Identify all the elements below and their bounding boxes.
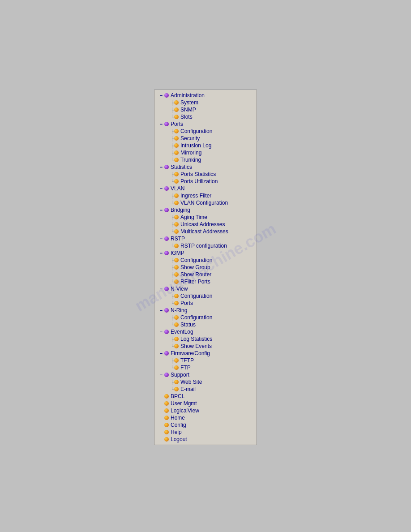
- label-log-statistics[interactable]: Log Statistics: [180, 336, 212, 342]
- nav-unicast-addresses[interactable]: ├ Unicast Addresses: [154, 221, 257, 228]
- label-configuration3[interactable]: Configuration: [180, 293, 212, 299]
- nav-web-site[interactable]: ├ Web Site: [154, 378, 257, 386]
- nav-n-view[interactable]: − N-View: [154, 285, 257, 292]
- label-home[interactable]: Home: [171, 415, 185, 421]
- label-show-events[interactable]: Show Events: [180, 343, 212, 349]
- nav-bpcl[interactable]: BPCL: [154, 393, 257, 400]
- label-help[interactable]: Help: [171, 429, 182, 435]
- nav-configuration3[interactable]: ├ Configuration: [154, 292, 257, 300]
- nav-logout[interactable]: Logout: [154, 436, 257, 443]
- toggle-administration[interactable]: −: [158, 93, 164, 98]
- nav-trunking[interactable]: └ Trunking: [154, 156, 257, 163]
- label-multicast-addresses[interactable]: Multicast Addresses: [180, 228, 228, 235]
- nav-config[interactable]: Config: [154, 421, 257, 429]
- label-ports-statistics[interactable]: Ports Statistics: [180, 171, 216, 177]
- label-tftp[interactable]: TFTP: [180, 357, 194, 364]
- label-n-view[interactable]: N-View: [171, 286, 188, 292]
- nav-rstp[interactable]: − RSTP: [154, 235, 257, 242]
- nav-rstp-configuration[interactable]: └ RSTP configuration: [154, 242, 257, 249]
- label-system[interactable]: System: [180, 99, 198, 106]
- label-igmp[interactable]: IGMP: [171, 250, 184, 256]
- nav-ports[interactable]: − Ports: [154, 120, 257, 128]
- nav-status[interactable]: └ Status: [154, 321, 257, 328]
- nav-vlan-configuration[interactable]: └ VLAN Configuration: [154, 199, 257, 206]
- label-bpcl[interactable]: BPCL: [171, 393, 184, 399]
- nav-administration[interactable]: − Administration: [154, 92, 257, 99]
- label-e-mail[interactable]: E-mail: [180, 386, 196, 392]
- label-eventlog[interactable]: EventLog: [171, 329, 193, 335]
- label-status[interactable]: Status: [180, 322, 196, 328]
- label-logical-view[interactable]: LogicalView: [171, 408, 199, 414]
- label-bridging[interactable]: Bridging: [171, 207, 190, 213]
- label-firmware-config[interactable]: Firmware/Config: [171, 350, 210, 356]
- label-support[interactable]: Support: [171, 372, 189, 378]
- nav-configuration4[interactable]: ├ Configuration: [154, 314, 257, 321]
- toggle-eventlog[interactable]: −: [158, 329, 164, 335]
- toggle-support[interactable]: −: [158, 372, 164, 378]
- nav-user-mgmt[interactable]: User Mgmt: [154, 400, 257, 407]
- toggle-n-view[interactable]: −: [158, 286, 164, 292]
- nav-mirroring[interactable]: ├ Mirroring: [154, 149, 257, 156]
- nav-logical-view[interactable]: LogicalView: [154, 407, 257, 414]
- toggle-rstp[interactable]: −: [158, 236, 164, 241]
- nav-show-events[interactable]: └ Show Events: [154, 343, 257, 350]
- nav-ingress-filter[interactable]: ├ Ingress Filter: [154, 192, 257, 199]
- toggle-statistics[interactable]: −: [158, 164, 164, 170]
- nav-log-statistics[interactable]: ├ Log Statistics: [154, 335, 257, 343]
- label-web-site[interactable]: Web Site: [180, 379, 202, 385]
- nav-e-mail[interactable]: └ E-mail: [154, 386, 257, 393]
- nav-vlan[interactable]: − VLAN: [154, 185, 257, 192]
- label-rstp[interactable]: RSTP: [171, 236, 185, 242]
- nav-aging-time[interactable]: ├ Aging Time: [154, 214, 257, 221]
- nav-snmp[interactable]: ├ SNMP: [154, 106, 257, 113]
- label-unicast-addresses[interactable]: Unicast Addresses: [180, 221, 225, 227]
- nav-configuration2[interactable]: ├ Configuration: [154, 257, 257, 264]
- label-configuration4[interactable]: Configuration: [180, 314, 212, 321]
- label-vlan-configuration[interactable]: VLAN Configuration: [180, 200, 228, 206]
- nav-igmp[interactable]: − IGMP: [154, 249, 257, 257]
- toggle-n-ring[interactable]: −: [158, 308, 164, 313]
- label-administration[interactable]: Administration: [171, 92, 205, 99]
- label-ingress-filter[interactable]: Ingress Filter: [180, 193, 211, 199]
- nav-eventlog[interactable]: − EventLog: [154, 328, 257, 335]
- nav-show-group[interactable]: ├ Show Group: [154, 264, 257, 271]
- nav-support[interactable]: − Support: [154, 371, 257, 378]
- nav-slots[interactable]: └ Slots: [154, 113, 257, 120]
- nav-security[interactable]: ├ Security: [154, 135, 257, 142]
- label-statistics[interactable]: Statistics: [171, 164, 192, 170]
- label-n-ring[interactable]: N-Ring: [171, 307, 187, 313]
- label-configuration1[interactable]: Configuration: [180, 128, 212, 134]
- label-aging-time[interactable]: Aging Time: [180, 214, 207, 220]
- label-rfilter-ports[interactable]: RFilter Ports: [180, 279, 210, 285]
- label-user-mgmt[interactable]: User Mgmt: [171, 400, 197, 407]
- label-config[interactable]: Config: [171, 422, 186, 428]
- label-show-router[interactable]: Show Router: [180, 271, 211, 278]
- label-mirroring[interactable]: Mirroring: [180, 150, 201, 156]
- nav-ftp[interactable]: └ FTP: [154, 364, 257, 371]
- nav-show-router[interactable]: ├ Show Router: [154, 271, 257, 278]
- label-rstp-configuration[interactable]: RSTP configuration: [180, 243, 227, 249]
- toggle-ports[interactable]: −: [158, 121, 164, 127]
- label-intrusion-log[interactable]: Intrusion Log: [180, 142, 211, 149]
- toggle-bridging[interactable]: −: [158, 207, 164, 213]
- nav-intrusion-log[interactable]: ├ Intrusion Log: [154, 142, 257, 149]
- nav-system[interactable]: ├ System: [154, 99, 257, 106]
- label-trunking[interactable]: Trunking: [180, 157, 201, 163]
- nav-multicast-addresses[interactable]: └ Multicast Addresses: [154, 228, 257, 235]
- nav-tftp[interactable]: ├ TFTP: [154, 357, 257, 364]
- label-security[interactable]: Security: [180, 135, 200, 142]
- nav-ports-statistics[interactable]: ├ Ports Statistics: [154, 171, 257, 178]
- nav-bridging[interactable]: − Bridging: [154, 206, 257, 214]
- nav-firmware-config[interactable]: − Firmware/Config: [154, 350, 257, 357]
- nav-rfilter-ports[interactable]: └ RFilter Ports: [154, 278, 257, 285]
- nav-home[interactable]: Home: [154, 414, 257, 421]
- nav-configuration1[interactable]: ├ Configuration: [154, 128, 257, 135]
- label-ports-utilization[interactable]: Ports Utilization: [180, 178, 218, 184]
- toggle-vlan[interactable]: −: [158, 186, 164, 191]
- label-ftp[interactable]: FTP: [180, 365, 191, 371]
- label-vlan[interactable]: VLAN: [171, 185, 184, 192]
- label-snmp[interactable]: SNMP: [180, 107, 196, 113]
- nav-ports2[interactable]: └ Ports: [154, 300, 257, 307]
- label-logout[interactable]: Logout: [171, 436, 187, 442]
- nav-n-ring[interactable]: − N-Ring: [154, 307, 257, 314]
